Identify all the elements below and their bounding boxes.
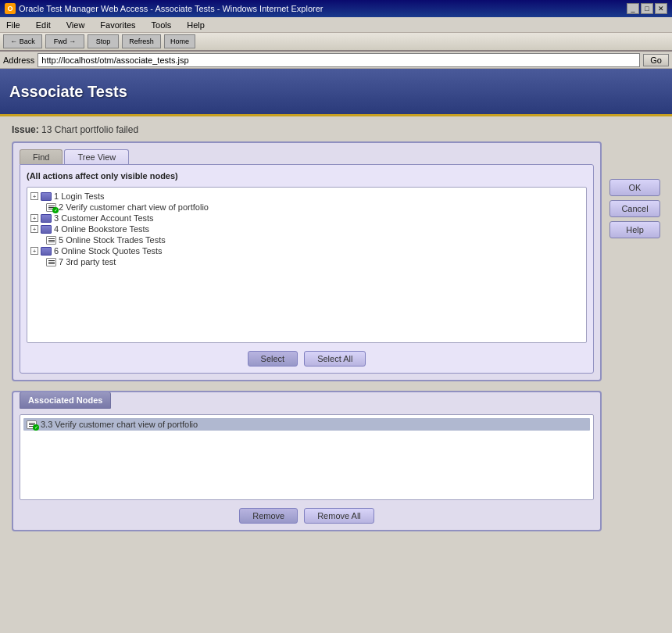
tree-item[interactable]: + 3 Customer Account Tests <box>30 213 583 224</box>
associated-nodes-list[interactable]: ✓ 3.3 Verify customer chart view of port… <box>20 414 594 500</box>
window-title: Oracle Test Manager Web Access - Associa… <box>19 4 323 13</box>
associated-node-item[interactable]: ✓ 3.3 Verify customer chart view of port… <box>23 418 590 431</box>
tree-item[interactable]: + 4 Online Bookstore Tests <box>30 224 583 234</box>
folder-icon-wrapper <box>41 225 52 234</box>
page-title: Associate Tests <box>9 83 127 101</box>
remove-button[interactable]: Remove <box>239 508 298 524</box>
bottom-inner: ✓ 3.3 Verify customer chart view of port… <box>13 408 600 530</box>
assoc-check-icon: ✓ <box>33 424 39 431</box>
assoc-item-icon-wrapper: ✓ <box>27 420 37 429</box>
select-all-button[interactable]: Select All <box>304 351 366 367</box>
folder-icon-wrapper <box>41 192 52 201</box>
tree-item-label: 3 Customer Account Tests <box>54 213 154 223</box>
tree-item[interactable]: 7 3rd party test <box>30 256 583 267</box>
check-icon: ✓ <box>52 207 59 213</box>
top-section: Find Tree View (All actions affect only … <box>12 141 602 381</box>
tree-item[interactable]: ✓ 2 Verify customer chart view of portfo… <box>30 202 583 213</box>
tab-find[interactable]: Find <box>20 149 63 164</box>
tree-panel: (All actions affect only visible nodes) … <box>20 164 594 374</box>
folder-icon <box>41 192 52 201</box>
tree-item-label: 6 Online Stock Quotes Tests <box>54 246 163 256</box>
menu-view[interactable]: View <box>63 20 88 30</box>
issue-label-key: Issue: <box>12 124 39 135</box>
associated-node-label: 3.3 Verify customer chart view of portfo… <box>41 420 198 429</box>
tree-buttons: Select Select All <box>27 351 587 367</box>
menu-bar: File Edit View Favorites Tools Help <box>0 17 672 33</box>
expand-icon[interactable]: + <box>30 192 38 200</box>
menu-help[interactable]: Help <box>184 20 208 30</box>
menu-edit[interactable]: Edit <box>33 20 54 30</box>
app-icon: O <box>5 3 16 14</box>
left-panel: Issue: 13 Chart portfolio failed Find Tr… <box>12 124 602 531</box>
testcase-icon <box>46 258 56 266</box>
title-bar: O Oracle Test Manager Web Access - Assoc… <box>0 0 672 17</box>
content-wrapper: Issue: 13 Chart portfolio failed Find Tr… <box>0 116 672 539</box>
toolbar: ← Back Fwd → Stop Refresh Home <box>0 33 672 52</box>
tree-item[interactable]: 5 Online Stock Trades Tests <box>30 234 583 245</box>
header-area: Associate Tests <box>0 69 672 114</box>
remove-all-button[interactable]: Remove All <box>304 508 374 524</box>
folder-icon <box>41 247 52 256</box>
tree-item-label: 4 Online Bookstore Tests <box>54 224 149 234</box>
menu-file[interactable]: File <box>3 20 23 30</box>
expand-icon[interactable]: + <box>30 214 38 222</box>
folder-icon <box>41 225 52 234</box>
menu-tools[interactable]: Tools <box>148 20 175 30</box>
associated-nodes-header: Associated Nodes <box>20 392 111 409</box>
home-button[interactable]: Home <box>164 34 195 48</box>
address-label: Address <box>3 55 34 65</box>
assoc-header-row: Associated Nodes <box>13 392 600 409</box>
tree-content[interactable]: + 1 Login Tests ✓ 2 Ver <box>27 187 587 343</box>
close-button[interactable]: ✕ <box>655 3 667 14</box>
maximize-button[interactable]: □ <box>641 3 653 14</box>
tree-item-label: 1 Login Tests <box>54 191 105 201</box>
testcase-icon-wrapper <box>46 236 56 245</box>
forward-button[interactable]: Fwd → <box>45 34 84 48</box>
window-controls[interactable]: _ □ ✕ <box>627 3 667 14</box>
minimize-button[interactable]: _ <box>627 3 639 14</box>
go-button[interactable]: Go <box>643 54 669 66</box>
ok-button[interactable]: OK <box>609 179 660 196</box>
folder-icon <box>41 214 52 223</box>
menu-favorites[interactable]: Favorites <box>97 20 138 30</box>
testcase-icon-wrapper <box>46 258 56 266</box>
stop-button[interactable]: Stop <box>88 34 119 48</box>
select-button[interactable]: Select <box>248 351 298 367</box>
issue-label: Issue: 13 Chart portfolio failed <box>12 124 602 135</box>
cancel-button[interactable]: Cancel <box>609 200 660 217</box>
testcase-icon <box>46 236 56 245</box>
tree-panel-note: (All actions affect only visible nodes) <box>27 171 587 181</box>
associated-nodes-section: Associated Nodes ✓ 3.3 Verify customer c… <box>12 391 602 531</box>
title-bar-left: O Oracle Test Manager Web Access - Assoc… <box>5 3 323 14</box>
testcase-icon-wrapper: ✓ <box>46 203 56 212</box>
issue-text: 13 Chart portfolio failed <box>41 124 138 135</box>
tree-item-label: 7 3rd party test <box>59 257 116 266</box>
assoc-buttons: Remove Remove All <box>20 508 594 524</box>
help-button[interactable]: Help <box>609 221 660 238</box>
address-input[interactable] <box>38 53 640 67</box>
expand-icon[interactable]: + <box>30 225 38 233</box>
tree-item-label: 5 Online Stock Trades Tests <box>59 235 166 245</box>
back-button[interactable]: ← Back <box>3 34 42 48</box>
tree-item[interactable]: + 6 Online Stock Quotes Tests <box>30 245 583 256</box>
expand-icon[interactable]: + <box>30 247 38 255</box>
folder-icon-wrapper <box>41 214 52 223</box>
tree-item-label: 2 Verify customer chart view of portfoli… <box>59 202 209 212</box>
tabs-container: Find Tree View <box>20 149 594 164</box>
tree-item[interactable]: + 1 Login Tests <box>30 191 583 202</box>
address-bar: Address Go <box>0 52 672 69</box>
refresh-button[interactable]: Refresh <box>122 34 161 48</box>
folder-icon-wrapper <box>41 247 52 256</box>
right-buttons: OK Cancel Help <box>609 124 660 531</box>
tab-tree-view[interactable]: Tree View <box>64 149 129 164</box>
